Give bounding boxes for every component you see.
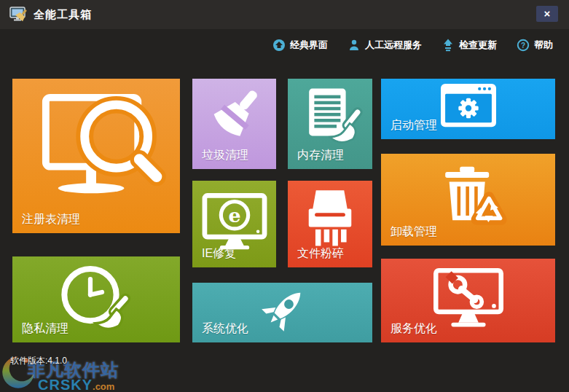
tile-label: 隐私清理 xyxy=(22,321,68,337)
tile-label: 内存清理 xyxy=(297,148,344,163)
document-brush-icon xyxy=(297,86,364,152)
menu-label: 人工远程服务 xyxy=(365,39,422,52)
titlebar: 全能工具箱 × xyxy=(0,0,569,29)
rocket-icon xyxy=(239,284,326,337)
close-button[interactable]: × xyxy=(536,6,558,22)
tile-label: 垃圾清理 xyxy=(202,148,248,163)
tile-label: 卸载管理 xyxy=(391,224,437,240)
shredder-icon xyxy=(296,188,364,255)
app-logo-icon xyxy=(9,7,27,23)
tile-label: 启动管理 xyxy=(391,118,437,133)
tile-registry-clean[interactable]: 注册表清理 xyxy=(12,79,180,233)
window-gear-icon xyxy=(425,82,511,137)
menu-label: 经典界面 xyxy=(290,39,328,52)
help-icon: ? xyxy=(517,39,530,52)
menu-item-classic-ui[interactable]: 经典界面 xyxy=(272,39,328,52)
tile-ie-repair[interactable]: e IE修复 xyxy=(192,181,276,267)
svg-text:e: e xyxy=(228,204,240,227)
tile-privacy-clean[interactable]: 隐私清理 xyxy=(12,256,180,342)
tile-label: 注册表清理 xyxy=(22,212,80,227)
window-title: 全能工具箱 xyxy=(34,8,92,22)
menu-item-help[interactable]: ? 帮助 xyxy=(517,39,553,52)
tile-label: 服务优化 xyxy=(391,321,437,337)
watermark-domain-main: CRSKY xyxy=(38,377,93,392)
menu-label: 帮助 xyxy=(534,39,553,52)
menu-item-remote-service[interactable]: 人工远程服务 xyxy=(348,39,422,52)
watermark-domain-suffix: .com xyxy=(93,381,114,392)
tile-startup-manage[interactable]: 启动管理 xyxy=(381,79,555,139)
monitor-magnifier-icon xyxy=(22,89,170,204)
tile-label: IE修复 xyxy=(202,246,236,262)
tile-file-shred[interactable]: 文件粉碎 xyxy=(288,181,372,267)
svg-text:?: ? xyxy=(521,42,525,50)
tile-label: 系统优化 xyxy=(202,321,248,337)
tile-system-optimize[interactable]: 系统优化 xyxy=(192,283,372,342)
check-update-icon xyxy=(442,39,455,52)
broom-icon xyxy=(203,85,267,149)
top-menu: 经典界面 人工远程服务 检查更新 ? 帮助 xyxy=(272,39,553,52)
tile-memory-clean[interactable]: 内存清理 xyxy=(288,79,372,169)
version-text: 软件版本:4.1.0 xyxy=(10,355,67,367)
classic-ui-icon xyxy=(272,39,286,52)
tile-service-optimize[interactable]: 服务优化 xyxy=(381,259,555,342)
tile-uninstall-manage[interactable]: 卸载管理 xyxy=(381,154,555,246)
menu-item-check-update[interactable]: 检查更新 xyxy=(442,39,497,52)
remote-service-icon xyxy=(348,39,361,52)
tile-junk-clean[interactable]: 垃圾清理 xyxy=(192,79,276,169)
tile-label: 文件粉碎 xyxy=(297,246,344,262)
menu-label: 检查更新 xyxy=(459,39,497,52)
watermark-domain: CRSKY.com xyxy=(38,377,114,392)
